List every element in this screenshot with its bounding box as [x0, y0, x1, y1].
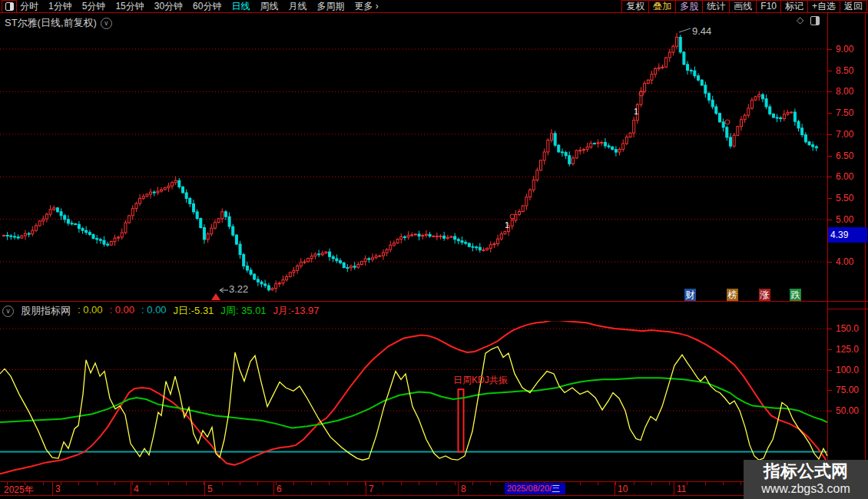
- time-tick: [168, 482, 169, 485]
- menu-item-tool-8[interactable]: 返回: [840, 0, 867, 13]
- candle-up: [446, 237, 449, 238]
- candle-up: [737, 127, 739, 136]
- time-tick: [61, 482, 61, 485]
- candle-down: [353, 266, 356, 267]
- candle-up: [45, 214, 48, 219]
- month-label[interactable]: 8: [461, 484, 466, 494]
- marker-number-1: 1: [634, 107, 638, 116]
- candle-up: [49, 210, 51, 214]
- indicator-value-6: J月:-13.97: [273, 304, 320, 318]
- candle-up: [171, 183, 174, 186]
- menu-item-period-9[interactable]: 多周期: [316, 0, 344, 13]
- candle-up: [364, 259, 366, 262]
- candle-up: [790, 112, 793, 113]
- candle-down: [558, 145, 560, 152]
- candle-up: [35, 226, 37, 230]
- candle-up: [575, 150, 578, 158]
- time-tick: [472, 482, 473, 485]
- month-label[interactable]: 7: [369, 484, 374, 494]
- selected-date-badge: 2025/08/20/三: [505, 483, 565, 494]
- corner-button-2[interactable]: 涨: [759, 289, 770, 301]
- candle-down: [336, 259, 338, 261]
- month-label[interactable]: 5: [207, 484, 213, 494]
- menu-item-period-3[interactable]: 15分钟: [115, 0, 144, 13]
- candle-down: [13, 236, 15, 237]
- candle-up: [504, 232, 506, 234]
- menu-item-period-4[interactable]: 30分钟: [154, 0, 183, 13]
- kdj-line-month: [0, 321, 827, 474]
- indicator-label: 50.00: [836, 405, 859, 416]
- candle-down: [96, 239, 98, 240]
- candle-down: [318, 254, 320, 255]
- candle-up: [582, 150, 585, 150]
- candle-down: [232, 226, 234, 235]
- menu-item-period-0[interactable]: 分时: [20, 0, 38, 13]
- price-label: 4.00: [836, 256, 853, 267]
- candle-up: [114, 238, 116, 242]
- time-tick: [25, 482, 25, 485]
- candle-down: [78, 224, 80, 228]
- time-axis-bottomline: [0, 495, 868, 496]
- menu-item-period-8[interactable]: 月线: [288, 0, 306, 13]
- menu-item-period-2[interactable]: 5分钟: [82, 0, 106, 13]
- candle-up: [550, 134, 552, 140]
- candle-down: [103, 240, 105, 244]
- month-label[interactable]: 10: [618, 484, 628, 494]
- candle-down: [479, 247, 481, 250]
- candle-down: [797, 121, 800, 128]
- menu-item-period-1[interactable]: 1分钟: [48, 0, 72, 13]
- menu-item-tool-0[interactable]: 复权: [621, 0, 649, 13]
- candle-up: [161, 190, 163, 191]
- candle-down: [10, 236, 12, 236]
- layout-toggle-icon[interactable]: [2, 0, 17, 13]
- month-label[interactable]: 3: [55, 484, 61, 494]
- menu-item-period-5[interactable]: 60分钟: [193, 0, 221, 13]
- candle-down: [246, 266, 248, 269]
- month-label[interactable]: 4: [134, 484, 139, 494]
- menu-item-period-10[interactable]: 更多 ›: [354, 0, 378, 13]
- candlestick-chart[interactable]: [0, 13, 827, 301]
- date-text: 2025/08/20/: [507, 484, 552, 493]
- corner-button-1[interactable]: 榜: [727, 289, 738, 301]
- time-tick: [669, 482, 670, 485]
- month-label[interactable]: 6: [277, 484, 282, 494]
- candle-down: [461, 241, 463, 243]
- candle-up: [665, 58, 668, 67]
- candle-down: [604, 142, 606, 146]
- candle-up: [661, 67, 664, 68]
- candle-up: [271, 289, 273, 290]
- candle-down: [81, 229, 84, 231]
- candle-down: [28, 233, 30, 234]
- indicator-chevron-icon[interactable]: ∨: [2, 306, 14, 317]
- menu-item-tool-3[interactable]: 统计: [702, 0, 730, 13]
- candle-up: [750, 100, 753, 108]
- candle-up: [486, 248, 489, 250]
- corner-button-0[interactable]: 财: [684, 289, 696, 301]
- candle-down: [554, 134, 556, 145]
- candle-down: [722, 122, 724, 127]
- month-separator: [131, 481, 131, 495]
- indicator-label: 150.0: [836, 323, 859, 334]
- menu-item-tool-5[interactable]: F10: [756, 0, 781, 13]
- menu-item-tool-6[interactable]: 标记: [780, 0, 808, 13]
- low-price-annotation: 3.22: [229, 283, 248, 295]
- menu-item-tool-2[interactable]: 多股: [675, 0, 703, 13]
- candle-down: [765, 99, 767, 107]
- menu-item-period-6[interactable]: 日线: [231, 0, 250, 13]
- candle-up: [540, 160, 542, 170]
- menu-item-tool-4[interactable]: 画线: [729, 0, 757, 13]
- kdj-indicator-chart[interactable]: [0, 321, 827, 481]
- axis-frame-left: [827, 13, 828, 495]
- candle-up: [651, 74, 653, 81]
- year-label: 2025年: [4, 484, 34, 497]
- candle-up: [536, 170, 538, 180]
- watermark: 指标公式网 www.zbgs3.com: [744, 460, 868, 499]
- menu-item-tool-7[interactable]: +自选: [807, 0, 840, 13]
- corner-button-3[interactable]: 跌: [790, 289, 801, 301]
- candle-up: [286, 276, 288, 279]
- menu-item-tool-1[interactable]: 叠加: [648, 0, 676, 13]
- candle-up: [142, 197, 144, 199]
- menu-item-period-7[interactable]: 周线: [260, 0, 278, 13]
- month-label[interactable]: 11: [677, 484, 686, 494]
- price-label: 8.00: [836, 86, 853, 97]
